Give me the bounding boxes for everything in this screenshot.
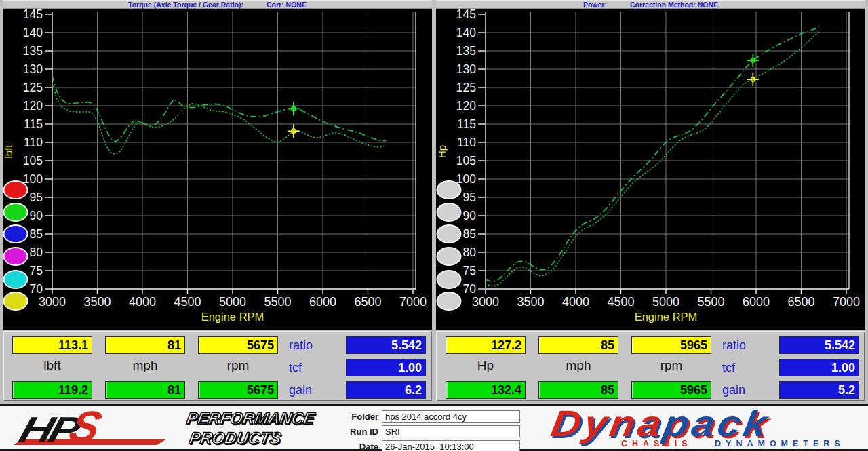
tcf-value: 1.00 <box>346 359 426 376</box>
gridlines <box>52 12 416 289</box>
x-axis-labels: 300035004000450050005500600065007000 <box>39 289 427 309</box>
y-tick-label: 100 <box>456 172 476 186</box>
run-id-field[interactable] <box>382 425 520 437</box>
cursor-marker[interactable] <box>288 124 300 138</box>
mph-unit-label: mph <box>538 358 618 373</box>
power-current-mph: 85 <box>538 381 618 399</box>
y-tick-label: 145 <box>456 9 476 21</box>
y-tick-label: 115 <box>457 117 476 131</box>
power-cursor-mph: 85 <box>538 336 618 354</box>
ratio-value: 5.542 <box>779 336 859 354</box>
x-tick-label: 4500 <box>174 295 201 309</box>
power-plot-area[interactable]: 1451401351301251201151101051009590858075… <box>436 9 865 330</box>
channel-button[interactable] <box>4 181 28 199</box>
channel-button[interactable] <box>437 225 461 243</box>
y-tick-label: 110 <box>24 136 43 149</box>
ratio-label: ratio <box>289 336 336 354</box>
torque-current-mph: 81 <box>105 381 185 399</box>
gain-label: gain <box>289 381 336 399</box>
y-tick-label: 90 <box>30 209 43 222</box>
y-axis-labels: 1451401351301251201151101051009590858075… <box>23 9 52 296</box>
y-tick-label: 115 <box>24 117 43 131</box>
channel-button[interactable] <box>437 292 461 310</box>
torque-cursor-mph: 81 <box>105 336 185 354</box>
folder-label: Folder <box>339 412 378 422</box>
y-tick-label: 70 <box>30 282 43 296</box>
x-tick-label: 5500 <box>264 295 291 309</box>
x-tick-label: 6500 <box>354 295 381 309</box>
power-data-panel: 127.2 85 5965 Hp mph rpm 132.4 85 5965 r… <box>436 331 865 401</box>
y-tick-label: 130 <box>456 62 476 76</box>
gain-value: 6.2 <box>346 381 426 399</box>
y-tick-label: 95 <box>463 191 476 204</box>
torque-chart-title: Torque (Axle Torque / Gear Ratio): <box>128 1 243 9</box>
curve-torque-current-run <box>52 76 386 142</box>
x-axis-labels: 300035004000450050005500600065007000 <box>472 289 860 309</box>
channel-button[interactable] <box>437 181 461 199</box>
date-field[interactable] <box>382 440 520 451</box>
axes <box>52 12 416 289</box>
torque-corr-label: Corr: NONE <box>267 1 307 9</box>
tcf-value: 1.00 <box>779 359 859 376</box>
cursor-marker[interactable] <box>747 73 759 86</box>
y-tick-label: 110 <box>457 136 476 149</box>
power-chart-panel: Power: Correction Method: NONE 145140135… <box>436 0 865 330</box>
tcf-label: tcf <box>289 359 336 376</box>
torque-current-value: 119.2 <box>12 381 92 399</box>
dynapack-logo-dyna: Dyna <box>548 403 667 444</box>
x-axis-title: Engine RPM <box>201 311 264 323</box>
x-tick-label: 6000 <box>309 295 336 309</box>
curve-power-current-run <box>486 26 819 281</box>
gain-value: 5.2 <box>779 381 859 399</box>
x-tick-label: 5500 <box>697 295 724 309</box>
channel-button[interactable] <box>4 292 28 310</box>
torque-plot-area[interactable]: 1451401351301251201151101051009590858075… <box>3 9 432 330</box>
rpm-unit-label: rpm <box>631 358 711 373</box>
x-tick-label: 6000 <box>743 295 770 309</box>
torque-unit-label: lbft <box>12 358 92 373</box>
y-tick-label: 145 <box>23 9 43 21</box>
folder-field[interactable] <box>382 410 520 423</box>
torque-current-rpm: 5675 <box>198 381 278 399</box>
channel-button[interactable] <box>4 203 28 221</box>
y-tick-label: 80 <box>30 246 43 259</box>
power-corr-label: Correction Method: NONE <box>630 1 718 9</box>
curve-torque-reference-run <box>52 83 386 155</box>
x-tick-label: 4000 <box>562 295 589 309</box>
channel-button[interactable] <box>437 271 461 288</box>
power-chart-titlebar: Power: Correction Method: NONE <box>436 0 865 9</box>
torque-cursor-value: 113.1 <box>12 336 92 354</box>
y-axis-title: Hp <box>436 145 448 158</box>
y-tick-label: 125 <box>456 81 476 94</box>
y-tick-label: 130 <box>23 62 43 76</box>
channel-button[interactable] <box>4 225 28 243</box>
y-tick-label: 120 <box>23 99 43 113</box>
y-tick-label: 90 <box>463 209 477 222</box>
y-tick-label: 135 <box>456 44 476 58</box>
cursor-marker[interactable] <box>288 102 300 115</box>
channel-button[interactable] <box>4 248 28 265</box>
gain-label: gain <box>722 381 770 399</box>
dyno-software-window: Torque (Axle Torque / Gear Ratio): Corr:… <box>0 0 868 451</box>
y-axis-title: lbft <box>3 144 14 159</box>
channel-button[interactable] <box>437 203 461 221</box>
y-tick-label: 95 <box>30 191 43 204</box>
y-tick-label: 105 <box>456 154 476 168</box>
y-tick-label: 80 <box>463 246 477 259</box>
x-tick-label: 7000 <box>399 295 427 309</box>
power-cursor-rpm: 5965 <box>631 336 711 354</box>
x-tick-label: 3500 <box>517 295 544 309</box>
tcf-label: tcf <box>722 359 770 376</box>
channel-button[interactable] <box>4 271 28 288</box>
x-tick-label: 5000 <box>219 295 246 309</box>
ratio-label: ratio <box>722 336 770 354</box>
torque-chart-panel: Torque (Axle Torque / Gear Ratio): Corr:… <box>3 0 432 330</box>
channel-button[interactable] <box>437 248 461 265</box>
x-tick-label: 7000 <box>833 295 860 309</box>
power-cursor-value: 127.2 <box>446 336 526 354</box>
x-tick-label: 3000 <box>472 295 499 309</box>
x-tick-label: 4500 <box>607 295 634 309</box>
x-tick-label: 3000 <box>39 295 66 309</box>
y-tick-label: 140 <box>23 26 43 39</box>
footer-bar: HPS PERFORMANCE PRODUCTS Folder Run ID D… <box>0 404 868 451</box>
